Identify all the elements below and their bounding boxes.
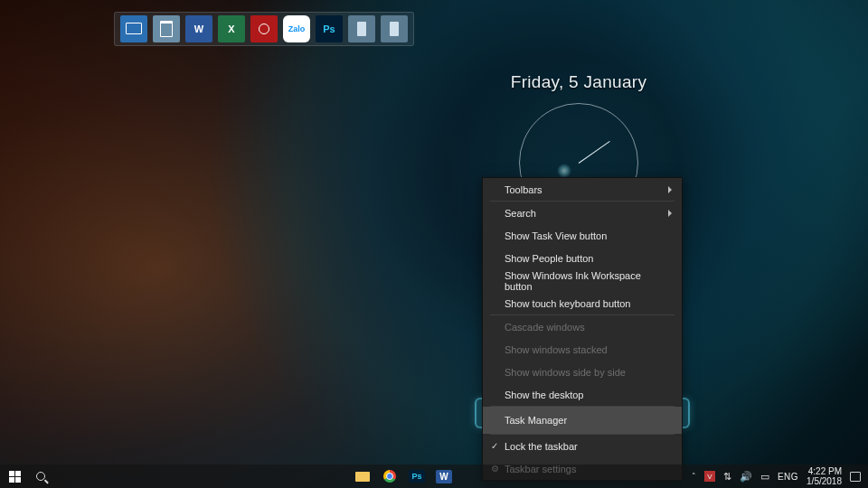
windows-logo-icon: [9, 471, 21, 483]
menu-label: Show Windows Ink Workspace button: [505, 270, 667, 292]
taskbar-photoshop-icon[interactable]: [405, 467, 429, 485]
menu-show-touch-keyboard[interactable]: Show touch keyboard button: [483, 292, 682, 314]
search-icon: [36, 472, 45, 481]
system-tray: ˄ V ⇅ 🔊 ▭ ENG 4:22 PM 1/5/2018: [692, 466, 868, 486]
menu-task-manager[interactable]: Task Manager: [483, 407, 682, 434]
desktop: W X Zalo Ps Friday, 5 January Toolbars S…: [0, 0, 868, 488]
shelf-photoshop-icon[interactable]: Ps: [316, 15, 343, 42]
menu-label: Show People button: [505, 253, 593, 264]
menu-label: Search: [505, 208, 536, 219]
tray-battery-icon[interactable]: ▭: [760, 471, 769, 483]
start-button[interactable]: [0, 465, 29, 488]
menu-label: Task Manager: [505, 415, 567, 426]
shelf-this-pc-icon[interactable]: [120, 15, 147, 42]
shelf-excel-icon[interactable]: X: [218, 15, 245, 42]
tray-time: 4:22 PM: [807, 466, 842, 476]
taskbar-file-explorer-icon[interactable]: [351, 467, 374, 485]
tray-volume-icon[interactable]: 🔊: [740, 471, 752, 483]
dim-overlay: [0, 0, 868, 488]
tray-date: 1/5/2018: [807, 476, 842, 486]
menu-show-task-view[interactable]: Show Task View button: [483, 224, 682, 247]
menu-label: Show windows side by side: [505, 367, 626, 378]
menu-label: Toolbars: [505, 184, 542, 195]
menu-side-by-side: Show windows side by side: [483, 361, 682, 383]
menu-label: Cascade windows: [505, 322, 585, 333]
tray-network-icon[interactable]: ⇅: [723, 471, 731, 483]
taskbar-apps: [351, 467, 456, 485]
menu-label: Show Task View button: [505, 230, 607, 241]
shelf-recycle-bin-icon[interactable]: [153, 15, 180, 42]
menu-show-ink[interactable]: Show Windows Ink Workspace button: [483, 269, 682, 292]
menu-label: Show the desktop: [505, 389, 583, 400]
menu-stacked: Show windows stacked: [483, 338, 682, 361]
menu-label: Show windows stacked: [505, 344, 608, 355]
menu-cascade-windows: Cascade windows: [483, 315, 682, 338]
menu-label: Lock the taskbar: [505, 441, 578, 452]
taskbar: ˄ V ⇅ 🔊 ▭ ENG 4:22 PM 1/5/2018: [0, 465, 868, 488]
shelf-zalo-icon[interactable]: Zalo: [283, 15, 310, 42]
check-icon: ✓: [488, 441, 501, 451]
taskbar-word-icon[interactable]: [432, 467, 456, 485]
menu-show-desktop[interactable]: Show the desktop: [483, 383, 682, 406]
menu-toolbars[interactable]: Toolbars: [483, 178, 682, 201]
tray-overflow-icon[interactable]: ˄: [692, 472, 696, 481]
taskbar-chrome-icon[interactable]: [378, 467, 401, 485]
menu-search[interactable]: Search: [483, 202, 682, 224]
tray-shield-icon[interactable]: V: [704, 471, 715, 482]
shelf-app-icon[interactable]: [348, 15, 375, 42]
search-button[interactable]: [29, 472, 52, 481]
tray-language[interactable]: ENG: [778, 472, 798, 482]
menu-show-people[interactable]: Show People button: [483, 247, 682, 269]
top-app-shelf: W X Zalo Ps: [114, 12, 414, 46]
menu-lock-taskbar[interactable]: ✓Lock the taskbar: [483, 435, 682, 457]
tray-clock[interactable]: 4:22 PM 1/5/2018: [807, 466, 842, 486]
tray-action-center-icon[interactable]: [850, 472, 861, 482]
menu-label: Show touch keyboard button: [505, 298, 630, 309]
shelf-garena-icon[interactable]: [250, 15, 278, 42]
taskbar-context-menu: Toolbars Search Show Task View button Sh…: [482, 177, 683, 481]
shelf-app-icon[interactable]: [381, 15, 408, 42]
shelf-word-icon[interactable]: W: [185, 15, 212, 42]
date-text: Friday, 5 January: [506, 72, 651, 92]
